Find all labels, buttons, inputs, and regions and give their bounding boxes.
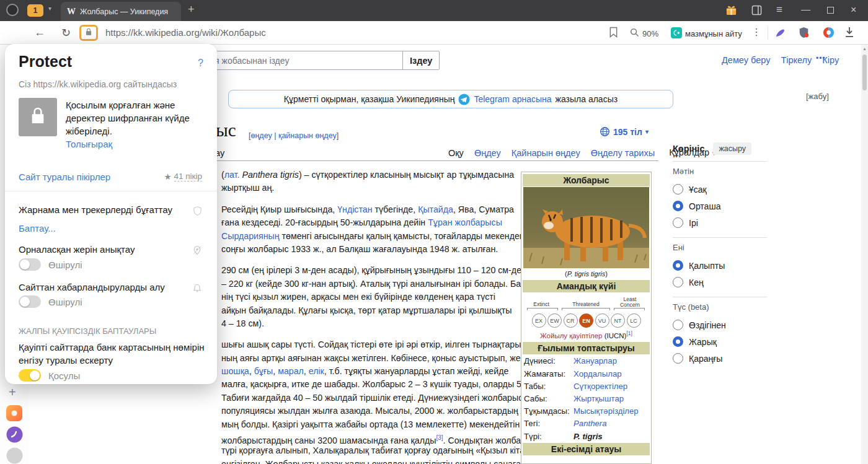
appearance-section-header: Ені bbox=[673, 243, 767, 252]
adblock-settings-link[interactable]: Баптау... bbox=[19, 223, 56, 234]
appearance-option-label: Ірі bbox=[689, 218, 698, 228]
reference-link[interactable]: [3] bbox=[436, 434, 443, 441]
wiki-tab[interactable]: Өңдеу bbox=[474, 148, 501, 158]
taxo-value[interactable]: Жануарлар bbox=[574, 356, 617, 366]
bankcard-warning-text: Қауіпті сайттарда банк картасының нөмірі… bbox=[19, 341, 206, 367]
geolocation-toggle[interactable] bbox=[19, 258, 41, 271]
url-field[interactable]: https://kk.wikipedia.org/wiki/Жолбарыс bbox=[105, 27, 266, 38]
appearance-hide-button[interactable]: жасыру bbox=[713, 142, 751, 155]
wiki-top-more-menu[interactable]: ••• bbox=[816, 54, 826, 63]
gift-icon[interactable] bbox=[725, 4, 737, 19]
notifications-toggle[interactable] bbox=[19, 295, 41, 308]
radio-unselected[interactable] bbox=[673, 353, 683, 364]
bookmark-flag-icon[interactable] bbox=[609, 27, 618, 38]
banner-close-link[interactable]: [жабу] bbox=[806, 92, 829, 101]
article-segment: , bbox=[304, 366, 309, 376]
article-link[interactable]: марал bbox=[278, 366, 304, 376]
zoom-control[interactable]: 90% bbox=[630, 28, 658, 39]
page-scrollbar[interactable]: ▲ bbox=[861, 45, 868, 464]
appearance-option[interactable]: Кең bbox=[673, 274, 767, 291]
article-segment: айқын байқалады. Құлағы қысқа, төрт қата… bbox=[221, 305, 512, 315]
status-circle-vu: VU bbox=[595, 313, 609, 328]
site-reviews-link[interactable]: Сайт туралы пікірлер bbox=[19, 172, 110, 182]
browser-tab-bar: 1 ▾ W Жолбарыс — Уикипедия + ≡ — × bbox=[0, 0, 868, 21]
sidebar-app-orange-icon[interactable] bbox=[6, 405, 22, 424]
article-link[interactable]: лат. bbox=[224, 170, 240, 180]
edit-source-link[interactable]: қайнарын өңдеу bbox=[278, 131, 337, 140]
edit-link[interactable]: өңдеу bbox=[250, 131, 272, 140]
iucn-status-link[interactable]: Жойылу қауіптілер bbox=[540, 332, 602, 339]
new-tab-button[interactable]: + bbox=[188, 3, 195, 16]
downloads-icon[interactable] bbox=[844, 27, 854, 38]
status-group-label: Threatened bbox=[560, 301, 612, 307]
appearance-option[interactable]: Өздігінен bbox=[673, 317, 767, 333]
secure-lock-tile bbox=[19, 98, 57, 136]
tab-counter-badge[interactable]: 1 bbox=[27, 4, 43, 17]
status-circle-lc: LC bbox=[627, 313, 641, 328]
sidebar-app-purple-icon[interactable] bbox=[6, 426, 23, 445]
appearance-option[interactable]: Қалыпты bbox=[673, 257, 767, 274]
appearance-option[interactable]: Орташа bbox=[673, 198, 767, 214]
sidebar-app-gray-icon[interactable] bbox=[6, 447, 23, 464]
extension-pen-icon[interactable] bbox=[774, 27, 786, 38]
taxo-value[interactable]: Хордалылар bbox=[574, 369, 622, 379]
radio-unselected[interactable] bbox=[673, 277, 683, 287]
maximize-button[interactable] bbox=[827, 7, 834, 14]
article-link[interactable]: Сырдарияның bbox=[221, 231, 280, 241]
taxo-value[interactable]: Мысықтәрізділер bbox=[574, 406, 639, 416]
appearance-option[interactable]: Жарық bbox=[673, 333, 767, 350]
telegram-channel-link[interactable]: Telegram арнасына bbox=[474, 94, 551, 104]
iucn-reference-link[interactable]: [1] bbox=[626, 330, 632, 336]
protect-help-button[interactable]: ? bbox=[198, 58, 203, 69]
article-segment: енгізілген. Жолбарысты қазақ халқы ежелд… bbox=[221, 459, 560, 464]
search-button[interactable]: Іздеу bbox=[402, 51, 440, 70]
sidebar-panel-icon[interactable] bbox=[751, 5, 762, 19]
bankcard-toggle[interactable] bbox=[19, 369, 41, 382]
minimize-button[interactable]: — bbox=[801, 3, 810, 15]
article-link[interactable]: Қытайда bbox=[418, 204, 453, 214]
read-aloud-button[interactable]: мазмұнын айту bbox=[671, 27, 742, 40]
protect-more-link[interactable]: Толығырақ bbox=[66, 139, 112, 149]
sidebar-add-icon[interactable]: + bbox=[9, 385, 16, 400]
article-link[interactable]: Үндістан bbox=[337, 204, 372, 214]
article-link[interactable]: Тұран жолбарысы bbox=[428, 217, 502, 227]
protect-lock-button[interactable] bbox=[79, 25, 98, 41]
browser-tab[interactable]: W Жолбарыс — Уикипедия bbox=[61, 2, 181, 21]
extension-logo-icon[interactable] bbox=[823, 27, 835, 38]
article-link[interactable]: елік bbox=[309, 366, 324, 376]
scrollbar-thumb[interactable] bbox=[862, 55, 867, 90]
article-segment: шығы ашық сары түсті. Сойдақ тістері өте… bbox=[221, 339, 521, 349]
article-segment: соңғы жолбарыс 1933 ж., ал Балқаш жағала… bbox=[221, 244, 498, 254]
radio-unselected[interactable] bbox=[673, 217, 683, 228]
appearance-option[interactable]: Ұсақ bbox=[673, 181, 767, 198]
page-menu-icon[interactable]: ⋮ bbox=[751, 26, 761, 38]
close-button[interactable]: × bbox=[851, 4, 856, 16]
taxo-value[interactable]: Жыртқыштар bbox=[574, 394, 624, 403]
wiki-tab[interactable]: Өңделу тарихы bbox=[591, 148, 655, 158]
browser-profile-icon[interactable] bbox=[6, 4, 19, 16]
radio-selected[interactable] bbox=[673, 201, 683, 211]
article-link[interactable]: шошқа bbox=[221, 366, 249, 376]
top-link[interactable]: Демеу беру bbox=[722, 55, 770, 65]
language-selector[interactable]: 195 тіл ▾ bbox=[600, 126, 649, 137]
scroll-up-arrow-icon[interactable]: ▲ bbox=[862, 46, 867, 51]
taxo-value[interactable]: Сүтқоректілер bbox=[574, 382, 627, 391]
radio-unselected[interactable] bbox=[673, 320, 683, 330]
wiki-tab[interactable]: Қайнарын өңдеу bbox=[512, 148, 580, 158]
top-link[interactable]: Тіркелу bbox=[781, 55, 812, 65]
appearance-option[interactable]: Қараңғы bbox=[673, 350, 767, 367]
back-button[interactable]: ← bbox=[34, 26, 45, 39]
tiger-image[interactable] bbox=[523, 187, 649, 268]
taxo-value[interactable]: Panthera bbox=[574, 419, 607, 428]
reload-button[interactable]: ↻ bbox=[61, 26, 71, 40]
extension-shield-icon[interactable] bbox=[799, 27, 809, 38]
tab-list-chevron-icon[interactable]: ▾ bbox=[48, 5, 51, 12]
radio-selected[interactable] bbox=[673, 260, 683, 271]
appearance-option[interactable]: Ірі bbox=[673, 214, 767, 231]
site-rating[interactable]: ★ 41 пікір bbox=[164, 172, 202, 182]
article-link[interactable]: бұғы bbox=[254, 366, 273, 376]
radio-selected[interactable] bbox=[673, 336, 683, 347]
wiki-tab[interactable]: Оқу bbox=[448, 148, 464, 158]
browser-menu-icon[interactable]: ≡ bbox=[776, 4, 782, 16]
radio-unselected[interactable] bbox=[673, 184, 683, 195]
